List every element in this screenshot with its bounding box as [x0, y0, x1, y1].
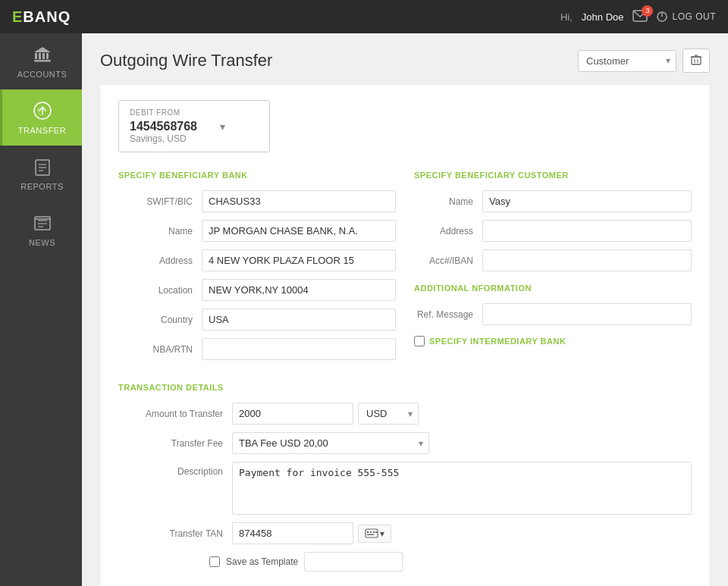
- keyboard-icon: [365, 528, 378, 538]
- sidebar: ACCOUNTS TRANSFER REPORTS: [0, 33, 82, 586]
- customer-select[interactable]: Customer: [578, 50, 676, 72]
- cust-acc-iban-input[interactable]: [482, 249, 692, 271]
- cust-address-input[interactable]: [482, 220, 692, 242]
- bank-address-label: Address: [118, 255, 202, 266]
- username-text: John Doe: [582, 11, 624, 23]
- sidebar-item-accounts[interactable]: ACCOUNTS: [0, 33, 82, 89]
- transfer-fee-label: Transfer Fee: [118, 438, 232, 449]
- intermediary-bank-checkbox[interactable]: [414, 336, 425, 346]
- logout-button[interactable]: LOG OUT: [657, 11, 716, 22]
- tan-keyboard-arrow: ▾: [380, 528, 384, 539]
- bank-nba-rtn-label: NBA/RTN: [118, 344, 202, 355]
- news-icon: [32, 212, 53, 233]
- cust-address-label: Address: [414, 226, 482, 237]
- amount-label: Amount to Transfer: [118, 409, 232, 419]
- beneficiary-customer-section: SPECIFY BENEFICIARY CUSTOMER Name Addres…: [414, 171, 692, 368]
- tan-label: Transfer TAN: [118, 528, 232, 539]
- greeting-text: Hi,: [560, 11, 573, 23]
- template-name-input[interactable]: [304, 552, 403, 572]
- description-row: Description Payment for invoice 555-555: [118, 462, 692, 515]
- bank-location-label: Location: [118, 285, 202, 296]
- sidebar-item-news-label: NEWS: [29, 238, 55, 247]
- debit-account-type: Savings, USD: [130, 133, 197, 144]
- description-label: Description: [118, 462, 232, 477]
- ref-message-input[interactable]: [482, 303, 692, 325]
- bank-country-row: Country: [118, 309, 396, 331]
- svg-rect-4: [39, 53, 41, 59]
- logo-rest: BANQ: [23, 8, 71, 25]
- svg-rect-7: [34, 60, 51, 62]
- save-template-checkbox[interactable]: [209, 556, 220, 567]
- bank-nba-rtn-input[interactable]: [202, 338, 396, 360]
- ref-message-row: Ref. Message: [414, 303, 692, 325]
- currency-select[interactable]: USD EUR GBP: [358, 403, 419, 425]
- debit-from-box[interactable]: DEBIT FROM 1454568768 Savings, USD ▾: [118, 100, 270, 152]
- beneficiary-bank-heading: SPECIFY BENEFICIARY BANK: [118, 171, 396, 180]
- tan-row: Transfer TAN ▾: [118, 522, 692, 544]
- debit-from-label: DEBIT FROM: [130, 108, 197, 117]
- cust-name-row: Name: [414, 190, 692, 212]
- sidebar-item-reports[interactable]: REPORTS: [0, 146, 82, 202]
- ref-message-label: Ref. Message: [414, 309, 482, 320]
- tan-input[interactable]: [232, 522, 353, 544]
- additional-info-heading: ADDITIONAL NFORMATION: [414, 284, 692, 293]
- svg-rect-5: [42, 53, 45, 59]
- save-template-row: Save as Template: [209, 552, 692, 572]
- reports-icon: [32, 156, 53, 177]
- intermediary-bank-label: SPECIFY INTERMEDIARY BANK: [429, 337, 566, 346]
- swift-bic-input[interactable]: [202, 190, 396, 212]
- description-textarea[interactable]: Payment for invoice 555-555: [232, 462, 692, 515]
- sidebar-item-transfer[interactable]: TRANSFER: [0, 89, 82, 146]
- beneficiary-customer-heading: SPECIFY BENEFICIARY CUSTOMER: [414, 171, 692, 180]
- svg-rect-3: [35, 53, 37, 59]
- intermediary-row: SPECIFY INTERMEDIARY BANK: [414, 336, 692, 346]
- cust-name-input[interactable]: [482, 190, 692, 212]
- amount-row: Amount to Transfer USD EUR GBP: [118, 403, 692, 425]
- trash-icon: [690, 54, 702, 66]
- debit-chevron-icon: ▾: [220, 121, 225, 133]
- bank-name-row: Name: [118, 220, 396, 242]
- notification-badge: 3: [642, 5, 653, 17]
- logo: EBANQ: [12, 8, 71, 26]
- svg-rect-26: [370, 531, 372, 533]
- logo-e-letter: E: [12, 8, 23, 25]
- svg-marker-8: [34, 47, 51, 52]
- transaction-details-section: TRANSACTION DETAILS Amount to Transfer U…: [118, 383, 692, 572]
- trash-button[interactable]: [682, 49, 710, 73]
- fee-select[interactable]: TBA Fee USD 20,00: [232, 432, 429, 454]
- sidebar-item-news[interactable]: NEWS: [0, 202, 82, 258]
- sidebar-item-reports-label: REPORTS: [20, 182, 63, 191]
- svg-rect-19: [692, 57, 701, 64]
- sidebar-item-transfer-label: TRANSFER: [18, 126, 66, 135]
- sidebar-item-accounts-label: ACCOUNTS: [17, 70, 67, 79]
- svg-rect-28: [367, 534, 374, 536]
- main-content: Outgoing Wire Transfer Customer: [82, 33, 728, 586]
- tan-keyboard-button[interactable]: ▾: [358, 525, 391, 543]
- app-body: ACCOUNTS TRANSFER REPORTS: [0, 33, 728, 586]
- currency-select-wrapper[interactable]: USD EUR GBP: [358, 403, 419, 425]
- bank-name-input[interactable]: [202, 220, 396, 242]
- customer-select-wrapper[interactable]: Customer: [578, 50, 676, 72]
- swift-bic-row: SWIFT/BIC: [118, 190, 396, 212]
- beneficiary-bank-section: SPECIFY BENEFICIARY BANK SWIFT/BIC Name …: [118, 171, 396, 368]
- bank-address-row: Address: [118, 249, 396, 271]
- two-col-section: SPECIFY BENEFICIARY BANK SWIFT/BIC Name …: [118, 171, 692, 368]
- topnav-user-area: Hi, John Doe 3 LOG OUT: [560, 10, 716, 24]
- logout-label: LOG OUT: [672, 11, 716, 22]
- page-title: Outgoing Wire Transfer: [100, 51, 272, 71]
- svg-rect-25: [367, 531, 369, 533]
- save-template-label: Save as Template: [226, 556, 298, 567]
- cust-name-label: Name: [414, 196, 482, 207]
- cust-acc-iban-row: Acc#/IBAN: [414, 249, 692, 271]
- topnav: EBANQ Hi, John Doe 3 LOG OUT: [0, 0, 728, 33]
- fee-select-wrapper[interactable]: TBA Fee USD 20,00: [232, 432, 429, 454]
- svg-rect-27: [373, 531, 375, 533]
- notification-icon[interactable]: 3: [632, 10, 648, 24]
- bank-address-input[interactable]: [202, 249, 396, 271]
- amount-input[interactable]: [232, 403, 353, 425]
- bank-nba-rtn-row: NBA/RTN: [118, 338, 396, 360]
- bank-location-row: Location: [118, 279, 396, 301]
- bank-country-input[interactable]: [202, 309, 396, 331]
- debit-from-section: DEBIT FROM 1454568768 Savings, USD ▾: [118, 100, 692, 152]
- bank-location-input[interactable]: [202, 279, 396, 301]
